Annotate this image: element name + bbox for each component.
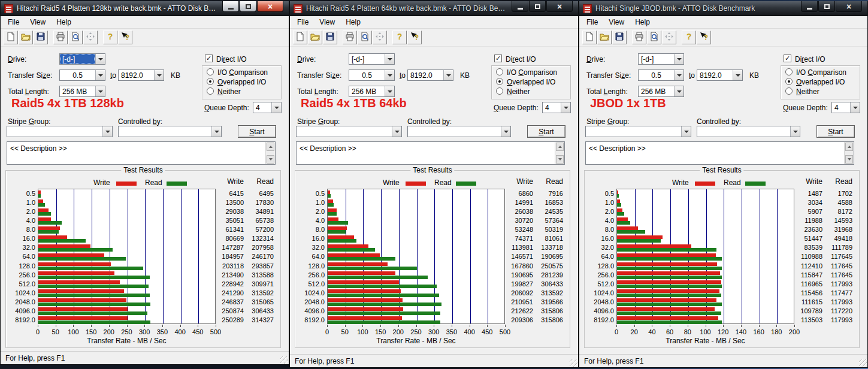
menu-item-file[interactable]: File <box>292 16 314 28</box>
controlled-by-select[interactable] <box>407 126 511 137</box>
description-scrollbar[interactable] <box>555 142 564 164</box>
queue-depth-select[interactable]: 4 <box>253 102 282 113</box>
transfer-size-to-select[interactable]: 8192.0 <box>407 69 453 81</box>
toolbar-button-help[interactable]: ? <box>103 31 117 44</box>
toolbar-button-context-help[interactable]: ? <box>118 31 132 44</box>
toolbar-button-help[interactable]: ? <box>392 31 407 44</box>
maximize-button[interactable] <box>818 1 835 12</box>
io-comparison-radio[interactable] <box>207 68 214 75</box>
dropdown-arrow-button[interactable] <box>681 126 691 137</box>
minimize-button[interactable] <box>512 1 528 12</box>
toolbar-button-save[interactable] <box>34 31 48 44</box>
toolbar-button-save[interactable] <box>612 31 627 44</box>
scroll-down-button[interactable] <box>845 155 853 164</box>
controlled-by-select[interactable] <box>697 126 800 137</box>
dropdown-arrow-button[interactable] <box>443 70 453 80</box>
drive-select[interactable]: [-d-] <box>59 53 105 65</box>
scroll-down-button[interactable] <box>556 155 564 164</box>
queue-depth-select[interactable]: 4 <box>831 102 860 113</box>
close-button[interactable]: × <box>836 1 862 12</box>
drive-select[interactable]: [-d-] <box>638 53 684 65</box>
io-comparison-radio[interactable] <box>785 68 793 75</box>
menu-item-view[interactable]: View <box>25 16 51 28</box>
total-length-select[interactable]: 256 MB <box>59 86 105 97</box>
queue-depth-select[interactable]: 4 <box>542 102 571 113</box>
scroll-up-button[interactable] <box>556 143 564 151</box>
overlapped-io-radio[interactable] <box>496 78 503 85</box>
dropdown-arrow-button[interactable] <box>674 86 683 96</box>
menu-item-file[interactable]: File <box>2 16 25 28</box>
transfer-size-to-select[interactable]: 8192.0 <box>697 69 743 81</box>
overlapped-io-radio[interactable] <box>785 78 793 85</box>
neither-radio[interactable] <box>785 87 793 95</box>
toolbar-button-new-file[interactable] <box>293 31 307 44</box>
start-button[interactable]: Start <box>816 125 855 138</box>
toolbar-button-context-help[interactable]: ? <box>407 31 422 44</box>
menu-item-help[interactable]: Help <box>340 16 366 28</box>
dropdown-arrow-button[interactable] <box>102 126 112 137</box>
dropdown-arrow-button[interactable] <box>95 54 105 64</box>
start-button[interactable]: Start <box>527 125 565 138</box>
toolbar-button-open-file[interactable] <box>597 31 612 44</box>
toolbar-button-open-file[interactable] <box>19 31 33 44</box>
dropdown-arrow-button[interactable] <box>733 70 742 80</box>
dropdown-arrow-button[interactable] <box>561 102 570 113</box>
scroll-down-button[interactable] <box>267 155 274 164</box>
toolbar-button-print[interactable] <box>53 31 68 44</box>
toolbar-button-new-file[interactable] <box>4 31 18 44</box>
description-box[interactable]: << Description >> <box>7 141 276 165</box>
dropdown-arrow-button[interactable] <box>790 126 800 137</box>
io-comparison-radio[interactable] <box>496 68 503 75</box>
dropdown-arrow-button[interactable] <box>154 70 164 80</box>
scroll-up-button[interactable] <box>267 143 274 151</box>
toolbar-button-context-help[interactable]: ? <box>697 31 711 44</box>
scroll-up-button[interactable] <box>845 143 853 151</box>
toolbar-button-new-file[interactable] <box>582 31 597 44</box>
close-button[interactable]: × <box>546 1 573 12</box>
minimize-button[interactable] <box>222 1 239 12</box>
toolbar-button-print-preview[interactable] <box>647 31 661 44</box>
stripe-group-select[interactable] <box>7 126 113 137</box>
description-box[interactable]: << Description >> <box>296 141 565 165</box>
description-scrollbar[interactable] <box>265 142 275 164</box>
menu-item-help[interactable]: Help <box>51 16 77 28</box>
maximize-button[interactable] <box>529 1 546 12</box>
transfer-size-to-select[interactable]: 8192.0 <box>118 69 164 81</box>
overlapped-io-radio[interactable] <box>207 78 214 85</box>
resize-grip[interactable] <box>280 356 288 364</box>
dropdown-arrow-button[interactable] <box>850 102 860 113</box>
menu-item-view[interactable]: View <box>603 16 630 28</box>
controlled-by-select[interactable] <box>118 126 222 137</box>
toolbar-button-save[interactable] <box>323 31 337 44</box>
dropdown-arrow-button[interactable] <box>385 86 394 96</box>
total-length-select[interactable]: 256 MB <box>638 86 684 97</box>
stripe-group-select[interactable] <box>585 126 691 137</box>
toolbar-button-help[interactable]: ? <box>682 31 696 44</box>
dropdown-arrow-button[interactable] <box>211 126 221 137</box>
dropdown-arrow-button[interactable] <box>392 126 401 137</box>
dropdown-arrow-button[interactable] <box>501 126 510 137</box>
menu-item-view[interactable]: View <box>314 16 340 28</box>
total-length-select[interactable]: 256 MB <box>349 86 395 97</box>
toolbar-button-print-preview[interactable] <box>68 31 83 44</box>
drive-select[interactable]: [-d-] <box>349 53 395 65</box>
dropdown-arrow-button[interactable] <box>95 86 105 96</box>
resize-grip[interactable] <box>570 359 577 367</box>
toolbar-button-print-preview[interactable] <box>358 31 372 44</box>
dropdown-arrow-button[interactable] <box>95 70 105 80</box>
start-button[interactable]: Start <box>238 125 276 138</box>
dropdown-arrow-button[interactable] <box>271 102 281 113</box>
close-button[interactable]: × <box>257 1 283 12</box>
transfer-size-from-select[interactable]: 0.5 <box>638 69 684 81</box>
toolbar-button-open-file[interactable] <box>308 31 322 44</box>
direct-io-checkbox[interactable]: ✓ <box>494 55 502 62</box>
dropdown-arrow-button[interactable] <box>674 54 683 64</box>
dropdown-arrow-button[interactable] <box>674 70 683 80</box>
dropdown-arrow-button[interactable] <box>385 70 394 80</box>
toolbar-button-print[interactable] <box>632 31 646 44</box>
description-scrollbar[interactable] <box>844 142 854 164</box>
menu-item-file[interactable]: File <box>581 16 603 28</box>
direct-io-checkbox[interactable]: ✓ <box>784 55 791 62</box>
maximize-button[interactable] <box>240 1 256 12</box>
direct-io-checkbox[interactable]: ✓ <box>205 55 213 62</box>
